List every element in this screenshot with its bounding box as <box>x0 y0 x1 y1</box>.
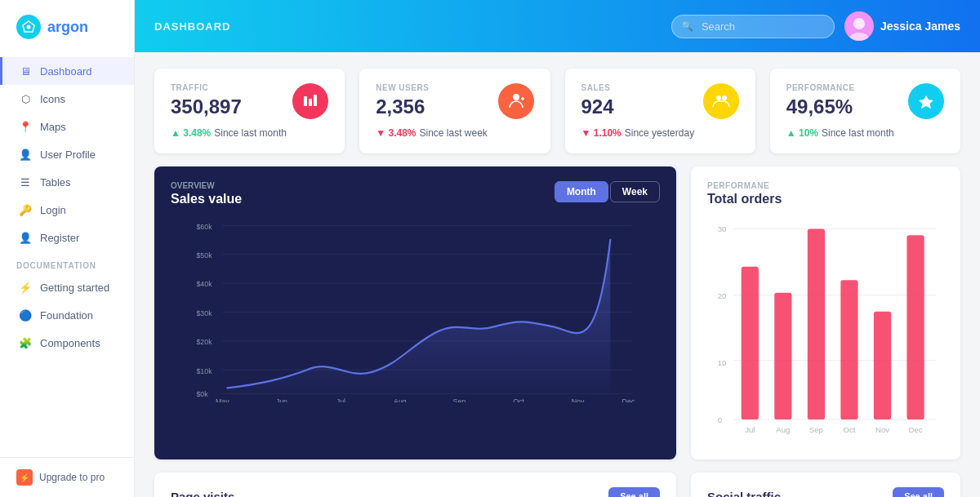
stat-card-performance: PERFORMANCE 49,65% ▲ 10% Since last mont… <box>770 69 960 153</box>
username: Jessica James <box>880 20 960 33</box>
search-icon: 🔍 <box>681 20 693 32</box>
components-icon: 🧩 <box>19 336 32 349</box>
stat-footer-new-users: ▼ 3.48% Since last week <box>376 127 533 139</box>
search-wrapper: 🔍 <box>671 15 835 38</box>
topbar: DASHBOARD 🔍 Jessica James <box>135 0 980 52</box>
total-orders-title: Total orders <box>707 192 944 206</box>
main-content: DASHBOARD 🔍 Jessica James <box>135 0 980 497</box>
svg-rect-47 <box>874 312 891 419</box>
sidebar-item-tables[interactable]: ☰ Tables <box>0 168 134 196</box>
stat-header: TRAFFIC 350,897 <box>171 83 328 119</box>
sidebar-item-label: Maps <box>40 121 66 133</box>
sidebar-item-label: Foundation <box>40 309 93 322</box>
stat-footer-performance: ▲ 10% Since last month <box>786 127 944 139</box>
page-visits-see-all-button[interactable]: See all <box>608 487 660 497</box>
upgrade-icon: ⚡ <box>16 469 33 486</box>
bottom-row: Page visits See all PAGE NAME VISITORS U… <box>135 473 980 497</box>
bar-chart-container: 30 20 10 0 <box>707 216 944 445</box>
chart-card-header: OVERVIEW Sales value Month Week <box>171 181 660 206</box>
svg-rect-5 <box>304 96 307 106</box>
maps-icon: 📍 <box>19 120 32 133</box>
stat-value-new-users: 2,356 <box>376 95 429 118</box>
search-input[interactable] <box>671 15 835 38</box>
foundation-icon: 🔵 <box>19 308 32 322</box>
performance-since: Since last month <box>822 127 894 139</box>
sales-change: ▼ 1.10% <box>581 127 621 139</box>
upgrade-button[interactable]: ⚡ Upgrade to pro <box>16 469 118 486</box>
sidebar-item-foundation[interactable]: 🔵 Foundation <box>0 301 134 329</box>
doc-section-label: DOCUMENTATION <box>0 251 134 273</box>
sidebar-item-login[interactable]: 🔑 Login <box>0 196 134 224</box>
sidebar-item-getting-started[interactable]: ⚡ Getting started <box>0 273 134 301</box>
svg-text:$20k: $20k <box>196 338 212 346</box>
svg-text:Nov: Nov <box>572 397 585 402</box>
logo-icon <box>16 15 41 39</box>
page-visits-header: Page visits See all <box>171 487 660 497</box>
svg-point-1 <box>27 25 31 29</box>
new-users-since: Since last week <box>420 127 488 139</box>
sidebar-item-label: Tables <box>40 176 71 189</box>
svg-text:$60k: $60k <box>196 223 212 231</box>
svg-text:Dec: Dec <box>908 425 922 434</box>
svg-text:Oct: Oct <box>513 397 524 402</box>
sidebar-item-components[interactable]: 🧩 Components <box>0 329 134 357</box>
stat-label-performance: PERFORMANCE <box>786 83 855 92</box>
stat-footer-traffic: ▲ 3.48% Since last month <box>171 127 328 139</box>
sidebar-item-maps[interactable]: 📍 Maps <box>0 113 134 140</box>
sales-icon-circle <box>703 83 739 119</box>
performance-change: ▲ 10% <box>786 127 818 139</box>
traffic-since: Since last month <box>214 127 287 139</box>
user-info[interactable]: Jessica James <box>844 11 960 41</box>
sidebar-item-label: Login <box>40 204 66 216</box>
user-profile-icon: 👤 <box>19 148 32 161</box>
login-icon: 🔑 <box>19 203 32 216</box>
svg-rect-7 <box>314 95 317 106</box>
sidebar: argon 🖥 Dashboard ⬡ Icons 📍 Maps 👤 User … <box>0 0 135 497</box>
sidebar-item-label: Icons <box>40 93 65 105</box>
logo-text: argon <box>47 19 88 36</box>
sidebar-bottom: ⚡ Upgrade to pro <box>0 457 134 497</box>
stat-header: SALES 924 <box>581 83 739 119</box>
dashboard-icon: 🖥 <box>19 64 32 78</box>
svg-text:$0k: $0k <box>196 390 208 398</box>
stat-card-traffic: TRAFFIC 350,897 ▲ 3.48% Since last month <box>154 69 345 153</box>
chart-tab-group: Month Week <box>555 181 660 202</box>
tab-month-button[interactable]: Month <box>555 181 608 202</box>
svg-text:Aug: Aug <box>776 425 790 434</box>
svg-text:Sep: Sep <box>453 397 466 402</box>
sidebar-item-label: Components <box>40 337 100 349</box>
getting-started-icon: ⚡ <box>19 281 32 294</box>
total-orders-card: PERFORMANE Total orders 30 20 10 0 <box>691 166 960 459</box>
stat-header: PERFORMANCE 49,65% <box>786 83 944 119</box>
total-orders-label: PERFORMANE <box>707 181 944 190</box>
line-chart-svg: $60k $50k $40k $30k $20k $10k $0k <box>171 215 660 402</box>
sidebar-navigation: 🖥 Dashboard ⬡ Icons 📍 Maps 👤 User Profil… <box>0 51 134 457</box>
sidebar-item-register[interactable]: 👤 Register <box>0 224 134 251</box>
topbar-right: 🔍 Jessica James <box>671 11 960 41</box>
bar-chart-svg: 30 20 10 0 <box>707 216 944 445</box>
sidebar-item-label: Dashboard <box>40 65 92 78</box>
stat-label-new-users: NEW USERS <box>376 83 429 92</box>
sidebar-item-label: User Profile <box>40 149 96 161</box>
tables-icon: ☰ <box>19 175 32 189</box>
social-traffic-see-all-button[interactable]: See all <box>893 487 944 497</box>
svg-text:Jul: Jul <box>336 397 345 402</box>
sales-since: Since yesterday <box>625 127 694 139</box>
stat-value-sales: 924 <box>581 95 614 118</box>
svg-rect-6 <box>309 99 312 106</box>
sidebar-item-icons[interactable]: ⬡ Icons <box>0 85 134 113</box>
svg-text:Sep: Sep <box>809 425 823 434</box>
sidebar-item-label: Register <box>40 232 79 244</box>
social-traffic-header: Social traffic See all <box>707 487 944 497</box>
icons-icon: ⬡ <box>19 92 32 105</box>
sidebar-item-dashboard[interactable]: 🖥 Dashboard <box>0 57 134 85</box>
svg-rect-48 <box>906 235 924 419</box>
svg-text:Jun: Jun <box>276 397 287 402</box>
tab-week-button[interactable]: Week <box>610 181 660 202</box>
sidebar-item-user-profile[interactable]: 👤 User Profile <box>0 140 134 168</box>
svg-point-3 <box>853 18 865 29</box>
page-visits-title: Page visits <box>171 490 234 498</box>
stats-row: TRAFFIC 350,897 ▲ 3.48% Since last month <box>135 52 980 166</box>
page-visits-card: Page visits See all PAGE NAME VISITORS U… <box>154 473 676 497</box>
stat-value-performance: 49,65% <box>786 95 855 118</box>
